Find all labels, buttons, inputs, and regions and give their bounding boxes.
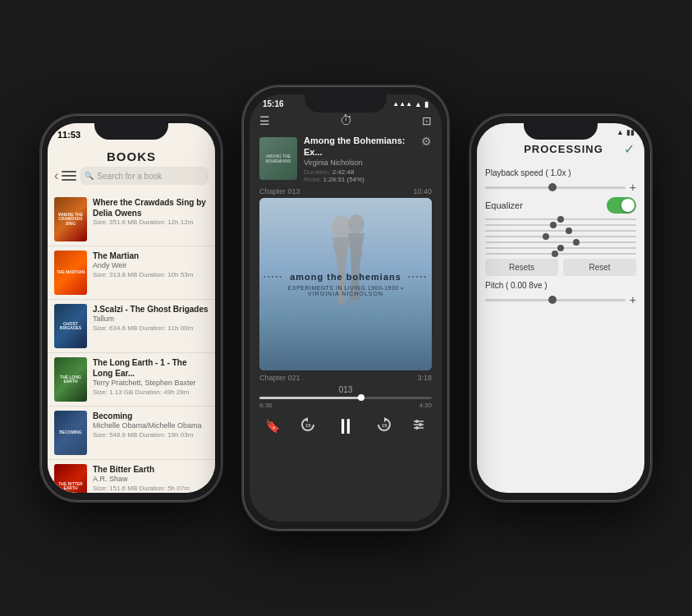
pitch-slider-row: +	[485, 293, 636, 306]
album-art: ••••• among the bohemians ••••• EXPERIME…	[259, 198, 432, 370]
right-status-icons: ▲ ▮▮	[616, 128, 635, 136]
eq-thumb-5	[573, 239, 580, 246]
book-info: Where the Crawdads Sing by Delia Owens S…	[93, 197, 209, 226]
eq-slider-6[interactable]	[485, 247, 636, 249]
eq-slider-2[interactable]	[485, 224, 636, 226]
right-screen: ▲ ▮▮ PROCESSING ✓ Playback speed ( 1.0x …	[477, 123, 644, 493]
chapter-bottom-label: Chapter 021	[259, 374, 300, 382]
reset-button[interactable]: Reset	[563, 259, 636, 276]
book-cover: THE MARTIAN	[54, 251, 87, 295]
right-phone: ▲ ▮▮ PROCESSING ✓ Playback speed ( 1.0x …	[470, 115, 651, 501]
book-meta: Size: 313.8 MB Duration: 10h 53m	[93, 271, 209, 278]
processing-content: Playback speed ( 1.0x ) + Equalizer	[477, 160, 644, 310]
forward-15-button[interactable]: 15	[375, 416, 393, 438]
eq-thumb-4	[543, 233, 549, 240]
list-item[interactable]: BECOMING Becoming Michelle Obama/Michell…	[48, 407, 215, 460]
book-cover: THE BITTER EARTH	[54, 464, 87, 493]
album-main-title: among the bohemians	[290, 272, 401, 282]
chapter-top-label: Chapter 013	[259, 187, 300, 195]
progress-times: 6:36 4:30	[259, 402, 432, 409]
center-status-icons: ▲▲▲ ▲ ▮	[392, 100, 428, 108]
menu-icon[interactable]	[62, 168, 76, 183]
progress-time-right: 4:30	[419, 402, 432, 409]
now-playing-cover: AMONG THE BOHEMIANS	[259, 137, 297, 180]
center-status-time: 15:16	[263, 99, 284, 108]
left-notch	[94, 123, 168, 140]
eq-slider-1[interactable]	[485, 218, 636, 220]
book-author: Tallum	[93, 315, 209, 323]
eq-slider-row	[485, 247, 636, 249]
center-screen: 15:16 ▲▲▲ ▲ ▮ ☰ ⏱ ⊡ AMONG THE BOHEMIANS	[250, 94, 442, 522]
wifi-icon: ▲	[616, 128, 624, 136]
bookmark-control-icon[interactable]: 🔖	[265, 419, 281, 434]
back-button[interactable]: ‹	[54, 168, 58, 183]
confirm-button[interactable]: ✓	[624, 141, 635, 157]
eq-slider-row	[485, 224, 636, 226]
book-title: The Martian	[93, 251, 209, 261]
toggle-knob	[621, 199, 635, 212]
now-playing-info: Among the Bohemians: Ex... Virginia Nich…	[304, 135, 415, 183]
pitch-slider[interactable]	[485, 299, 626, 301]
progress-bar[interactable]	[259, 397, 432, 399]
settings-icon[interactable]: ⚙	[421, 135, 432, 148]
presets-row: Resets Reset	[485, 259, 636, 276]
list-item[interactable]: THE MARTIAN The Martian Andy Weir Size: …	[48, 246, 215, 300]
progress-chapter-num: 013	[259, 385, 432, 394]
book-cover: GHOST BRIGADES	[54, 304, 87, 348]
rewind-15-button[interactable]: 15	[299, 416, 317, 438]
book-meta: Size: 1.13 GB Duration: 49h 28m	[93, 388, 209, 396]
svg-point-1	[348, 214, 364, 234]
eq-control-icon[interactable]	[411, 417, 426, 436]
playback-speed-label: Playback speed ( 1.0x )	[485, 168, 636, 177]
equalizer-label: Equalizer	[485, 200, 523, 210]
left-screen: 11:53 BOOKS ‹ 🔍 Search for a book	[48, 123, 215, 493]
svg-text:15: 15	[382, 423, 387, 428]
menu-icon[interactable]: ☰	[259, 114, 270, 127]
eq-thumb-6	[557, 245, 564, 251]
search-bar[interactable]: 🔍 Search for a book	[80, 167, 209, 185]
battery-icon: ▮▮	[626, 128, 635, 136]
svg-marker-5	[384, 417, 387, 422]
wifi-icon: ▲	[415, 100, 422, 108]
presets-button[interactable]: Resets	[485, 259, 558, 276]
eq-slider-5[interactable]	[485, 241, 636, 243]
book-info: The Martian Andy Weir Size: 313.8 MB Dur…	[93, 251, 209, 278]
search-placeholder: Search for a book	[97, 172, 162, 181]
eq-slider-row	[485, 241, 636, 243]
pause-button[interactable]: ⏸	[335, 414, 356, 439]
list-item[interactable]: GHOST BRIGADES J.Scalzi - The Ghost Brig…	[48, 300, 215, 353]
left-phone: 11:53 BOOKS ‹ 🔍 Search for a book	[41, 115, 222, 501]
list-item[interactable]: THE LONG EARTH The Long Earth - 1 - The …	[48, 353, 215, 407]
read-value: 1:28:31 (54%)	[323, 176, 364, 183]
pitch-plus[interactable]: +	[630, 293, 636, 306]
eq-slider-row	[485, 230, 636, 232]
right-header-title: PROCESSING	[524, 143, 603, 155]
book-cover: BECOMING	[54, 411, 87, 455]
list-item[interactable]: THE BITTER EARTH The Bitter Earth A.R. S…	[48, 460, 215, 493]
book-info: The Long Earth - 1 - The Long Ear... Ter…	[93, 357, 209, 396]
chapter-top-row: Chapter 013 10:40	[250, 186, 442, 196]
center-header: ☰ ⏱ ⊡	[250, 110, 442, 131]
eq-thumb-7	[552, 251, 558, 257]
album-author-text: VIRGINIA NICHOLSON	[264, 291, 428, 297]
pitch-thumb	[548, 296, 557, 304]
book-title: Where the Crawdads Sing by Delia Owens	[93, 197, 209, 218]
equalizer-toggle[interactable]	[607, 197, 636, 214]
eq-slider-3[interactable]	[485, 230, 636, 232]
book-title: The Bitter Earth	[93, 464, 209, 475]
progress-section: 013 6:36 4:30	[250, 384, 442, 411]
playback-speed-plus[interactable]: +	[630, 181, 636, 194]
battery-icon: ▮	[424, 100, 428, 108]
playback-speed-slider[interactable]	[485, 186, 626, 189]
right-notch	[524, 123, 598, 140]
eq-slider-7[interactable]	[485, 253, 636, 255]
bookmark-icon[interactable]: ⊡	[422, 114, 432, 127]
book-title: J.Scalzi - The Ghost Brigades	[93, 304, 209, 315]
eq-slider-4[interactable]	[485, 236, 636, 237]
now-playing-section: AMONG THE BOHEMIANS Among the Bohemians:…	[250, 131, 442, 186]
clock-icon[interactable]: ⏱	[340, 113, 353, 128]
svg-marker-3	[305, 417, 308, 422]
eq-slider-row	[485, 218, 636, 220]
list-item[interactable]: WHERE THE CRAWDADS SING Where the Crawda…	[48, 193, 215, 246]
pitch-label: Pitch ( 0.00 8ve )	[485, 281, 636, 290]
